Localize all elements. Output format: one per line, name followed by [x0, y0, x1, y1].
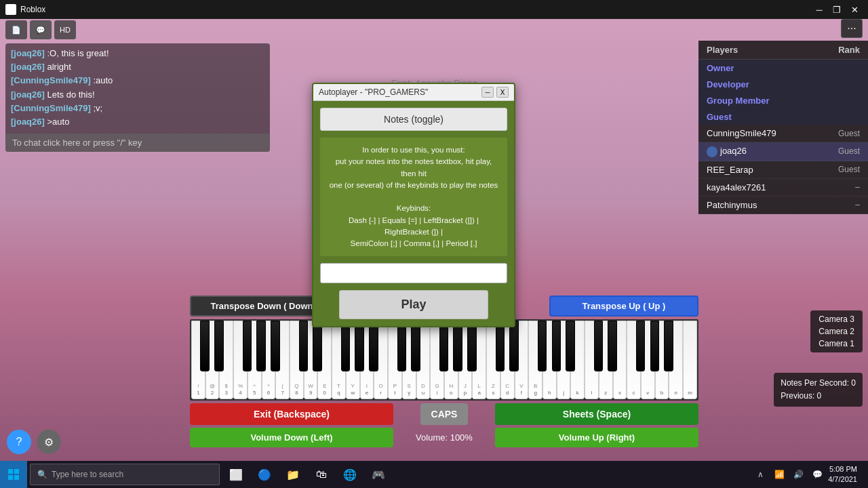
notes-toggle-button[interactable]: Notes (toggle)	[320, 108, 507, 131]
black-key[interactable]	[453, 321, 462, 371]
category-guest: Guest	[698, 108, 868, 125]
menu-dots-button[interactable]: ···	[841, 19, 863, 38]
notes-input[interactable]	[320, 263, 507, 283]
keybind2: SemiColon [;] | Comma [,] | Period [.]	[327, 238, 500, 249]
white-key[interactable]: m	[683, 321, 697, 399]
help-button[interactable]: ?	[7, 430, 31, 454]
menu-dots-icon: ···	[847, 22, 856, 35]
black-key[interactable]	[552, 321, 561, 371]
black-key[interactable]	[594, 321, 603, 371]
settings-button[interactable]: ⚙	[37, 430, 61, 454]
table-row: Patchinymus –	[698, 197, 868, 214]
player-name: Patchinymus	[707, 200, 757, 210]
clock-date: 4/7/2021	[828, 474, 857, 485]
list-item: [joaq26] >auto	[11, 116, 264, 128]
black-key[interactable]	[664, 321, 673, 371]
chat-input-placeholder: To chat click here or press "/" key	[12, 138, 142, 148]
play-button[interactable]: Play	[339, 290, 489, 319]
roblox-taskbar-button[interactable]: 🎮	[365, 461, 392, 488]
players-column-label: Players	[707, 45, 738, 55]
category-developer: Developer	[698, 76, 868, 92]
black-key[interactable]	[509, 321, 518, 371]
category-group-member-label: Group Member	[707, 96, 769, 106]
player-rank: Guest	[838, 165, 860, 174]
chat-message: Lets do this!	[47, 89, 94, 100]
black-key[interactable]	[299, 321, 308, 371]
keybind1: Dash [-] | Equals [=] | LeftBracket ([])…	[327, 215, 500, 239]
black-key[interactable]	[397, 321, 406, 371]
hd-button[interactable]: HD	[54, 20, 76, 39]
black-key[interactable]	[313, 321, 321, 371]
sound-icon[interactable]: 🔊	[790, 466, 806, 483]
black-key[interactable]	[369, 321, 378, 371]
taskview-button[interactable]: ⬜	[222, 461, 250, 488]
info-line1: In order to use this, you must:	[327, 144, 500, 156]
black-key[interactable]	[496, 321, 505, 371]
table-row: joaq26 Guest	[698, 142, 868, 161]
volume-down-button[interactable]: Volume Down (Left)	[190, 428, 393, 447]
black-key[interactable]	[636, 321, 645, 371]
black-key[interactable]	[439, 321, 448, 371]
dialog-controls: ─ X	[481, 87, 509, 98]
search-icon: 🔍	[37, 470, 47, 479]
piano-bottom-row: Exit (Backspace) CAPS Sheets (Space)	[190, 403, 698, 425]
hd-label: HD	[60, 26, 71, 34]
camera-3-button[interactable]: Camera 3	[816, 313, 857, 325]
dialog-close-button[interactable]: X	[496, 87, 509, 98]
exit-button[interactable]: Exit (Backspace)	[190, 403, 393, 425]
black-key[interactable]	[214, 321, 223, 371]
chat-button[interactable]: 💬	[30, 20, 52, 39]
cortana-button[interactable]: 🔵	[251, 461, 278, 488]
file-explorer-button[interactable]: 📁	[279, 461, 307, 488]
category-owner: Owner	[698, 60, 868, 76]
minimize-button[interactable]: ─	[811, 3, 827, 16]
restore-button[interactable]: ❐	[829, 3, 845, 16]
black-key[interactable]	[538, 321, 547, 371]
rank-column-label: Rank	[838, 45, 860, 55]
chevron-up-icon[interactable]: ∧	[752, 466, 768, 483]
notification-icon[interactable]: 💬	[809, 466, 825, 483]
black-key[interactable]	[608, 321, 616, 371]
black-key[interactable]	[411, 321, 420, 371]
keybinds-label: Keybinds:	[327, 203, 500, 214]
svg-rect-3	[14, 475, 19, 480]
black-key[interactable]	[566, 321, 574, 371]
store-button[interactable]: 🛍	[308, 461, 335, 488]
black-key[interactable]	[243, 321, 252, 371]
dialog-minimize-button[interactable]: ─	[481, 87, 494, 98]
category-guest-label: Guest	[707, 112, 732, 122]
file-icon: 📄	[12, 26, 21, 35]
avatar	[707, 146, 717, 157]
search-box[interactable]: 🔍 Type here to search	[30, 464, 220, 485]
caps-button[interactable]: CAPS	[420, 403, 469, 425]
chat-username: [joaq26]	[11, 48, 45, 58]
category-group-member: Group Member	[698, 92, 868, 108]
info-line2: put your notes into the notes textbox, h…	[327, 156, 500, 180]
taskbar-clock: 5:08 PM 4/7/2021	[828, 464, 863, 485]
autoplayer-dialog: Autoplayer - "PRO_GAMERS" ─ X Notes (tog…	[312, 83, 515, 327]
transpose-up-button[interactable]: Transpose Up ( Up )	[549, 296, 698, 317]
svg-rect-1	[14, 469, 19, 474]
black-key[interactable]	[271, 321, 279, 371]
chat-message: alright	[47, 62, 71, 72]
network-icon[interactable]: 📶	[771, 466, 787, 483]
black-key[interactable]	[355, 321, 363, 371]
file-button[interactable]: 📄	[5, 20, 27, 39]
chrome-button[interactable]: 🌐	[336, 461, 363, 488]
volume-up-button[interactable]: Volume Up (Right)	[495, 428, 698, 447]
start-button[interactable]	[0, 461, 27, 488]
black-key[interactable]	[200, 321, 209, 371]
chat-input-area[interactable]: To chat click here or press "/" key	[5, 134, 270, 152]
camera-2-button[interactable]: Camera 2	[816, 325, 857, 338]
player-name: joaq26	[707, 146, 747, 157]
titlebar-controls: ─ ❐ ✕	[811, 3, 863, 16]
close-button[interactable]: ✕	[846, 3, 863, 16]
sheets-button[interactable]: Sheets (Space)	[495, 403, 698, 425]
black-key[interactable]	[256, 321, 265, 371]
black-key[interactable]	[650, 321, 659, 371]
black-key[interactable]	[341, 321, 350, 371]
info-line3: one (or several) of the keybinds to play…	[327, 180, 500, 191]
camera-1-button[interactable]: Camera 1	[816, 338, 857, 350]
black-key[interactable]	[467, 321, 476, 371]
chat-icon: 💬	[36, 26, 45, 35]
